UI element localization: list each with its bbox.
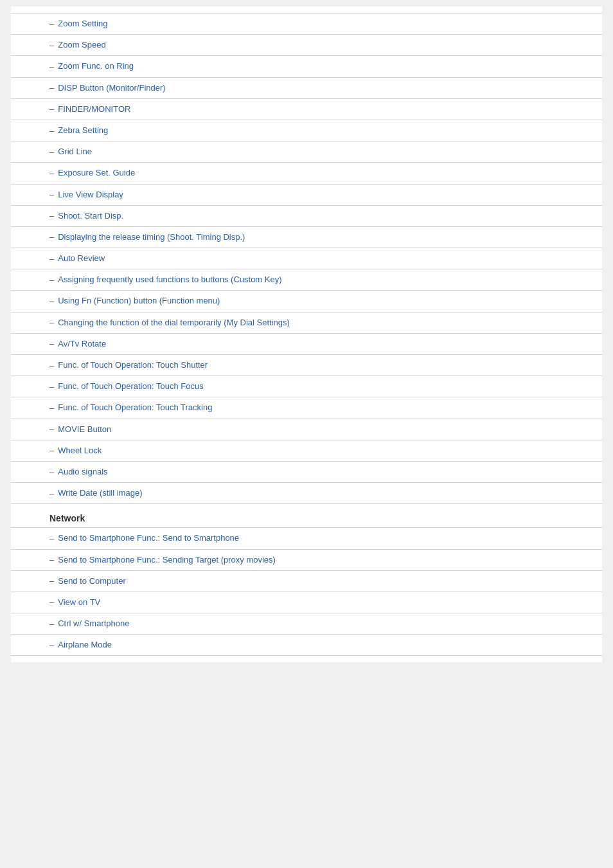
nav-link-custom-key[interactable]: Assigning frequently used functions to b… — [58, 274, 281, 285]
list-item: –Ctrl w/ Smartphone — [11, 613, 602, 635]
list-item: –Airplane Mode — [11, 635, 602, 656]
list-item: –Av/Tv Rotate — [11, 334, 602, 355]
nav-link-exposure-set-guide[interactable]: Exposure Set. Guide — [58, 167, 135, 179]
nav-link-zebra-setting[interactable]: Zebra Setting — [58, 125, 108, 136]
nav-link-send-to-computer[interactable]: Send to Computer — [58, 575, 126, 587]
dash-icon: – — [49, 489, 54, 498]
list-item: –Auto Review — [11, 248, 602, 269]
dash-icon: – — [49, 168, 54, 178]
nav-link-ctrl-w-smartphone[interactable]: Ctrl w/ Smartphone — [58, 618, 129, 629]
list-item: –Func. of Touch Operation: Touch Shutter — [11, 355, 602, 376]
nav-link-audio-signals[interactable]: Audio signals — [58, 466, 107, 478]
nav-link-finder-monitor[interactable]: FINDER/MONITOR — [58, 104, 130, 115]
network-nav-list: –Send to Smartphone Func.: Send to Smart… — [11, 527, 602, 656]
dash-icon: – — [49, 41, 54, 50]
nav-link-movie-button[interactable]: MOVIE Button — [58, 424, 111, 435]
dash-icon: – — [49, 83, 54, 93]
network-section-header: Network — [11, 507, 602, 527]
dash-icon: – — [49, 576, 54, 586]
list-item: –Func. of Touch Operation: Touch Focus — [11, 376, 602, 397]
list-item: –Shoot. Start Disp. — [11, 206, 602, 227]
page-container: –Zoom Setting–Zoom Speed–Zoom Func. on R… — [11, 6, 602, 662]
nav-link-touch-tracking[interactable]: Func. of Touch Operation: Touch Tracking — [58, 402, 212, 413]
dash-icon: – — [49, 534, 54, 543]
dash-icon: – — [49, 296, 54, 306]
dash-icon: – — [49, 254, 54, 264]
list-item: –Wheel Lock — [11, 440, 602, 462]
dash-icon: – — [49, 147, 54, 157]
dash-icon: – — [49, 467, 54, 477]
list-item: –Zoom Setting — [11, 13, 602, 35]
list-item: –Send to Smartphone Func.: Send to Smart… — [11, 527, 602, 549]
nav-link-my-dial-settings[interactable]: Changing the function of the dial tempor… — [58, 317, 290, 329]
list-item: –Exposure Set. Guide — [11, 163, 602, 184]
nav-link-write-date-still-image[interactable]: Write Date (still image) — [58, 487, 142, 499]
dash-icon: – — [49, 62, 54, 71]
list-item: –Live View Display — [11, 185, 602, 206]
dash-icon: – — [49, 232, 54, 242]
nav-link-sending-target-proxy[interactable]: Send to Smartphone Func.: Sending Target… — [58, 554, 276, 566]
dash-icon: – — [49, 403, 54, 413]
nav-link-zoom-func-on-ring[interactable]: Zoom Func. on Ring — [58, 60, 134, 72]
nav-link-grid-line[interactable]: Grid Line — [58, 146, 92, 158]
list-item: –Using Fn (Function) button (Function me… — [11, 291, 602, 312]
list-item: –Zoom Func. on Ring — [11, 56, 602, 77]
dash-icon: – — [49, 339, 54, 348]
nav-link-av-tv-rotate[interactable]: Av/Tv Rotate — [58, 338, 106, 350]
nav-link-live-view-display[interactable]: Live View Display — [58, 189, 123, 201]
dash-icon: – — [49, 190, 54, 199]
list-item: –Zebra Setting — [11, 120, 602, 141]
list-item: –Func. of Touch Operation: Touch Trackin… — [11, 397, 602, 419]
dash-icon: – — [49, 424, 54, 434]
nav-link-shoot-start-disp[interactable]: Shoot. Start Disp. — [58, 210, 123, 222]
dash-icon: – — [49, 361, 54, 370]
nav-link-zoom-setting[interactable]: Zoom Setting — [58, 18, 107, 30]
dash-icon: – — [49, 446, 54, 455]
nav-link-auto-review[interactable]: Auto Review — [58, 253, 105, 264]
nav-link-displaying-release-timing[interactable]: Displaying the release timing (Shoot. Ti… — [58, 231, 245, 243]
list-item: –View on TV — [11, 592, 602, 613]
dash-icon: – — [49, 640, 54, 650]
dash-icon: – — [49, 104, 54, 114]
list-item: –Send to Computer — [11, 571, 602, 592]
list-item: –Grid Line — [11, 141, 602, 163]
dash-icon: – — [49, 211, 54, 221]
nav-link-view-on-tv[interactable]: View on TV — [58, 597, 100, 608]
dash-icon: – — [49, 19, 54, 29]
nav-link-airplane-mode[interactable]: Airplane Mode — [58, 639, 112, 651]
list-item: –Assigning frequently used functions to … — [11, 269, 602, 291]
dash-icon: – — [49, 597, 54, 607]
list-item: –Write Date (still image) — [11, 483, 602, 504]
dash-icon: – — [49, 318, 54, 327]
main-nav-list: –Zoom Setting–Zoom Speed–Zoom Func. on R… — [11, 13, 602, 504]
dash-icon: – — [49, 382, 54, 392]
dash-icon: – — [49, 619, 54, 629]
nav-link-touch-focus[interactable]: Func. of Touch Operation: Touch Focus — [58, 381, 203, 392]
list-item: –MOVIE Button — [11, 419, 602, 440]
nav-link-send-to-smartphone[interactable]: Send to Smartphone Func.: Send to Smartp… — [58, 532, 239, 544]
list-item: –Audio signals — [11, 462, 602, 483]
nav-link-touch-shutter[interactable]: Func. of Touch Operation: Touch Shutter — [58, 359, 208, 371]
list-item: –Displaying the release timing (Shoot. T… — [11, 227, 602, 248]
list-item: –Changing the function of the dial tempo… — [11, 312, 602, 334]
list-item: –DISP Button (Monitor/Finder) — [11, 78, 602, 99]
list-item: –Zoom Speed — [11, 35, 602, 56]
nav-link-zoom-speed[interactable]: Zoom Speed — [58, 39, 105, 51]
list-item: –Send to Smartphone Func.: Sending Targe… — [11, 550, 602, 571]
nav-link-wheel-lock[interactable]: Wheel Lock — [58, 445, 102, 457]
dash-icon: – — [49, 275, 54, 285]
dash-icon: – — [49, 555, 54, 565]
nav-link-disp-button[interactable]: DISP Button (Monitor/Finder) — [58, 82, 165, 94]
nav-link-fn-function-button[interactable]: Using Fn (Function) button (Function men… — [58, 295, 220, 307]
list-item: –FINDER/MONITOR — [11, 99, 602, 120]
dash-icon: – — [49, 126, 54, 136]
